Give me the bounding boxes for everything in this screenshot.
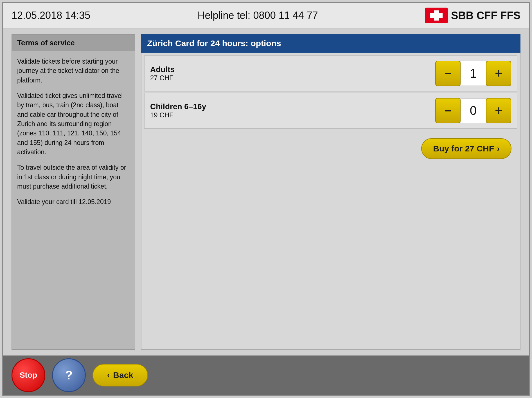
back-label: Back xyxy=(113,370,133,380)
children-label: Children 6–16y xyxy=(150,102,206,111)
buy-button-container: Buy for 27 CHF › xyxy=(144,130,517,165)
helpline: Helpline tel: 0800 11 44 77 xyxy=(197,10,318,21)
adults-quantity: 1 xyxy=(461,61,486,86)
children-increase-button[interactable]: + xyxy=(486,98,511,123)
adults-info: Adults 27 CHF xyxy=(150,65,175,82)
children-controls: − 0 + xyxy=(435,98,511,123)
header: 12.05.2018 14:35 Helpline tel: 0800 11 4… xyxy=(3,3,529,28)
children-info: Children 6–16y 19 CHF xyxy=(150,102,206,119)
logo: SBB CFF FFS xyxy=(425,8,520,23)
help-button[interactable]: ? xyxy=(52,358,86,392)
sbb-brand-text: SBB CFF FFS xyxy=(451,10,520,22)
terms-paragraph-4: Validate your card till 12.05.2019 xyxy=(17,197,130,207)
buy-button-label: Buy for 27 CHF xyxy=(433,144,494,153)
adults-label: Adults xyxy=(150,65,175,74)
terms-header: Terms of service xyxy=(12,35,135,51)
buy-button[interactable]: Buy for 27 CHF › xyxy=(421,138,511,159)
footer: Stop ? ‹ Back xyxy=(3,355,529,395)
children-row: Children 6–16y 19 CHF − 0 + xyxy=(144,93,517,129)
adults-decrease-button[interactable]: − xyxy=(435,61,461,86)
options-panel: Zürich Card for 24 hours: options Adults… xyxy=(141,34,520,350)
adults-increase-button[interactable]: + xyxy=(486,61,511,86)
sbb-logo-icon xyxy=(425,8,448,23)
terms-body: Validate tickets before starting your jo… xyxy=(12,51,135,349)
children-price: 19 CHF xyxy=(150,111,206,119)
svg-rect-1 xyxy=(430,13,443,18)
chevron-right-icon: › xyxy=(497,144,500,153)
back-button[interactable]: ‹ Back xyxy=(93,364,148,386)
children-quantity: 0 xyxy=(461,98,486,123)
chevron-left-icon: ‹ xyxy=(107,371,110,380)
help-label: ? xyxy=(65,368,73,382)
terms-paragraph-3: To travel outside the area of validity o… xyxy=(17,163,130,191)
main-content: Terms of service Validate tickets before… xyxy=(3,28,529,355)
options-body: Adults 27 CHF − 1 + Children 6–16y 19 CH… xyxy=(141,53,520,350)
options-title: Zürich Card for 24 hours: options xyxy=(141,34,520,53)
sbb-cross-icon xyxy=(428,9,445,22)
stop-button[interactable]: Stop xyxy=(12,358,45,392)
terms-panel: Terms of service Validate tickets before… xyxy=(12,34,135,350)
adults-row: Adults 27 CHF − 1 + xyxy=(144,55,517,91)
adults-price: 27 CHF xyxy=(150,74,175,82)
terms-paragraph-2: Validated ticket gives unlimited travel … xyxy=(17,91,130,157)
children-decrease-button[interactable]: − xyxy=(435,98,461,123)
stop-label: Stop xyxy=(20,371,37,380)
terms-paragraph-1: Validate tickets before starting your jo… xyxy=(17,57,130,85)
adults-controls: − 1 + xyxy=(435,61,511,86)
datetime: 12.05.2018 14:35 xyxy=(12,10,90,21)
